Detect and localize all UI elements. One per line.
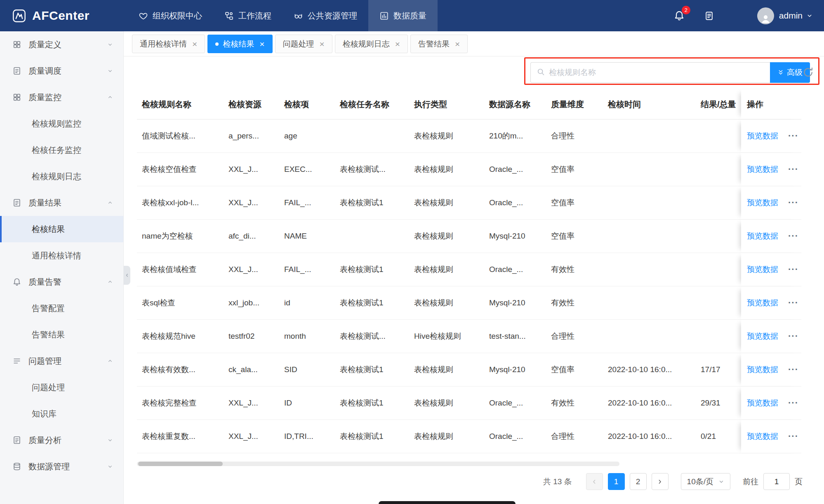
sidebar-group-2[interactable]: 质量监控 bbox=[0, 84, 123, 110]
scrollbar-thumb[interactable] bbox=[138, 462, 223, 466]
app-logo[interactable]: AFCenter bbox=[0, 8, 89, 23]
table-cell: Oracle_... bbox=[484, 399, 546, 408]
table-cell: age bbox=[279, 131, 335, 141]
table-cell: 空值率 bbox=[546, 197, 603, 208]
page-size-select[interactable]: 10条/页 bbox=[681, 473, 730, 490]
grid-icon bbox=[12, 92, 22, 102]
sidebar: 质量定义质量调度质量监控检核规则监控检核任务监控检核规则日志质量结果检核结果通用… bbox=[0, 31, 124, 504]
goto-page-input[interactable] bbox=[763, 473, 790, 490]
nav-item-data-quality[interactable]: 数据质量 bbox=[368, 0, 438, 31]
table-cell: 表检核重复数... bbox=[137, 431, 224, 442]
top-nav: 组织权限中心 工作流程 公共资源管理 数据质量 bbox=[127, 0, 438, 31]
sidebar-group-label: 质量分析 bbox=[28, 435, 107, 446]
tab-3[interactable]: 检核规则日志× bbox=[335, 35, 408, 53]
preview-data-link[interactable]: 预览数据 bbox=[747, 197, 778, 208]
tab-close-icon[interactable]: × bbox=[192, 40, 197, 48]
preview-data-link[interactable]: 预览数据 bbox=[747, 431, 778, 442]
horizontal-scrollbar[interactable] bbox=[137, 462, 619, 466]
row-actions: 预览数据··· bbox=[741, 253, 801, 286]
table-row-9: 表检核重复数...XXL_J...ID,TRI...表检核测试1表检核规则Ora… bbox=[137, 420, 801, 453]
sidebar-item-3-1[interactable]: 通用检核详情 bbox=[0, 242, 123, 269]
preview-data-link[interactable]: 预览数据 bbox=[747, 131, 778, 141]
column-header-2: 检核项 bbox=[279, 99, 335, 110]
tab-bar: 通用检核详情×检核结果×问题处理×检核规则日志×告警结果× bbox=[124, 31, 824, 56]
table-cell: 210的m... bbox=[484, 131, 546, 141]
more-actions-button[interactable]: ··· bbox=[788, 264, 798, 275]
more-actions-button[interactable]: ··· bbox=[788, 364, 798, 375]
tab-0[interactable]: 通用检核详情× bbox=[132, 35, 205, 53]
sidebar-group-1[interactable]: 质量调度 bbox=[0, 58, 123, 84]
table-cell: 表检核完整检查 bbox=[137, 398, 224, 408]
tab-close-icon[interactable]: × bbox=[455, 40, 460, 48]
preview-data-link[interactable]: 预览数据 bbox=[747, 264, 778, 275]
table-cell: XXL_J... bbox=[224, 265, 279, 274]
more-actions-button[interactable]: ··· bbox=[788, 331, 798, 342]
more-actions-button[interactable]: ··· bbox=[788, 197, 798, 208]
active-tab-dot bbox=[215, 42, 219, 46]
sidebar-item-3-0[interactable]: 检核结果 bbox=[0, 216, 123, 242]
page-button-1[interactable]: 1 bbox=[608, 473, 625, 490]
more-actions-button[interactable]: ··· bbox=[788, 431, 798, 442]
prev-page-button[interactable] bbox=[586, 473, 603, 490]
table-cell: 表sql检查 bbox=[137, 298, 224, 308]
tab-2[interactable]: 问题处理× bbox=[275, 35, 332, 53]
preview-data-link[interactable]: 预览数据 bbox=[747, 298, 778, 308]
page-button-2[interactable]: 2 bbox=[630, 473, 647, 490]
sidebar-group-3[interactable]: 质量结果 bbox=[0, 190, 123, 216]
table-row-5: 表sql检查xxl_job...id表检核测试1表检核规则Mysql-210有效… bbox=[137, 286, 801, 320]
tab-label: 问题处理 bbox=[283, 39, 314, 49]
nav-item-org-permission-center[interactable]: 组织权限中心 bbox=[127, 0, 213, 31]
sidebar-item-4-0[interactable]: 告警配置 bbox=[0, 295, 123, 321]
preview-data-link[interactable]: 预览数据 bbox=[747, 231, 778, 241]
search-input[interactable] bbox=[549, 68, 764, 77]
sidebar-group-0[interactable]: 质量定义 bbox=[0, 31, 123, 58]
table-cell: ID,TRI... bbox=[279, 432, 335, 441]
nav-item-workflow[interactable]: 工作流程 bbox=[213, 0, 283, 31]
sidebar-group-4[interactable]: 质量告警 bbox=[0, 269, 123, 295]
tab-label: 检核规则日志 bbox=[343, 39, 390, 49]
user-menu[interactable]: admin bbox=[757, 7, 813, 24]
preview-data-link[interactable]: 预览数据 bbox=[747, 364, 778, 375]
table-cell: 表检核测试1 bbox=[335, 197, 409, 208]
sidebar-item-2-1[interactable]: 检核任务监控 bbox=[0, 137, 123, 163]
table-cell: EXEC... bbox=[279, 165, 335, 174]
notifications-button[interactable]: 2 bbox=[673, 10, 685, 21]
tab-1[interactable]: 检核结果× bbox=[207, 35, 272, 53]
more-actions-button[interactable]: ··· bbox=[788, 231, 798, 241]
sidebar-collapse-handle[interactable] bbox=[124, 266, 130, 285]
page-size-value: 10条/页 bbox=[687, 476, 713, 487]
refresh-icon[interactable] bbox=[803, 67, 814, 78]
log-icon[interactable] bbox=[704, 11, 714, 21]
sidebar-item-5-0[interactable]: 问题处理 bbox=[0, 374, 123, 401]
more-actions-button[interactable]: ··· bbox=[788, 164, 798, 175]
sidebar-group-label: 质量结果 bbox=[28, 197, 107, 209]
more-actions-button[interactable]: ··· bbox=[788, 398, 798, 408]
more-actions-button[interactable]: ··· bbox=[788, 298, 798, 308]
pagination: 共 13 条 12 10条/页 前往 页 bbox=[543, 473, 803, 490]
sidebar-group-6[interactable]: 质量分析 bbox=[0, 427, 123, 453]
nav-item-public-resources[interactable]: 公共资源管理 bbox=[283, 0, 368, 31]
row-actions: 预览数据··· bbox=[741, 353, 801, 386]
table-cell: name为空检核 bbox=[137, 231, 224, 241]
tab-4[interactable]: 告警结果× bbox=[410, 35, 468, 53]
tab-close-icon[interactable]: × bbox=[259, 40, 264, 48]
table-cell: 表检核测试1 bbox=[335, 298, 409, 308]
sidebar-item-2-0[interactable]: 检核规则监控 bbox=[0, 110, 123, 137]
nav-label: 公共资源管理 bbox=[308, 10, 357, 21]
sidebar-item-4-1[interactable]: 告警结果 bbox=[0, 321, 123, 348]
preview-data-link[interactable]: 预览数据 bbox=[747, 398, 778, 408]
sidebar-group-5[interactable]: 问题管理 bbox=[0, 348, 123, 374]
next-page-button[interactable] bbox=[652, 473, 669, 490]
sidebar-group-7[interactable]: 数据源管理 bbox=[0, 453, 123, 480]
sidebar-group-label: 质量调度 bbox=[28, 66, 107, 77]
preview-data-link[interactable]: 预览数据 bbox=[747, 164, 778, 175]
tab-close-icon[interactable]: × bbox=[395, 40, 400, 48]
row-actions: 预览数据··· bbox=[741, 286, 801, 319]
grid-icon bbox=[12, 40, 22, 49]
sidebar-item-2-2[interactable]: 检核规则日志 bbox=[0, 163, 123, 190]
preview-data-link[interactable]: 预览数据 bbox=[747, 331, 778, 342]
sidebar-item-5-1[interactable]: 知识库 bbox=[0, 401, 123, 427]
more-actions-button[interactable]: ··· bbox=[788, 131, 798, 141]
table-row-3: name为空检核afc_di...NAME表检核规则Mysql-210空值率预览… bbox=[137, 220, 801, 253]
tab-close-icon[interactable]: × bbox=[320, 40, 325, 48]
